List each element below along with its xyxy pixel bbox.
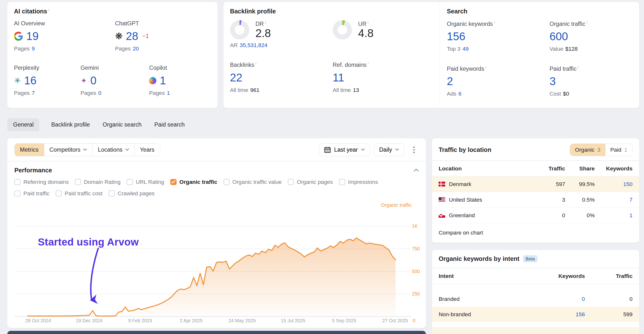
segment-competitors[interactable]: Competitors — [44, 144, 92, 156]
search-metric-paid-keywords: Paid keywordsi 2 Ads6 — [447, 65, 550, 97]
pages-link[interactable]: 20 — [133, 45, 139, 52]
info-icon: i — [265, 20, 266, 24]
toggle-organic[interactable]: Organic3 — [570, 144, 605, 156]
search-title: Search — [447, 8, 632, 15]
citation-count[interactable]: 19 — [26, 30, 39, 42]
keywords-link[interactable]: 1 — [595, 212, 632, 219]
citation-count[interactable]: 1 — [160, 75, 166, 87]
metric-checkbox-organic-traffic[interactable]: Organic traffic — [170, 179, 217, 185]
keywords-link[interactable]: 0 — [536, 296, 585, 302]
x-axis-tick: 19 Dec 2024 — [76, 318, 103, 324]
checkbox-icon — [108, 190, 115, 197]
column-header: Traffic — [536, 165, 565, 172]
metric-checkbox-organic-traffic-value[interactable]: Organic traffic value — [224, 179, 282, 185]
chart-toolbar: MetricsCompetitorsLocationsYears Last ye… — [14, 143, 419, 157]
date-range-button[interactable]: Last year — [319, 143, 370, 157]
checkbox-icon — [126, 179, 133, 185]
keywords-link[interactable]: 156 — [536, 311, 585, 318]
dr-value: 2.8 — [256, 27, 271, 39]
tab-organic-search[interactable]: Organic search — [102, 118, 142, 131]
intent-row[interactable]: Branded 0 0 — [432, 292, 639, 307]
ar-value[interactable]: 35,531,824 — [240, 42, 268, 48]
granularity-label: Daily — [379, 147, 392, 153]
checkbox-icon — [224, 179, 230, 185]
pages-link[interactable]: 7 — [32, 90, 35, 96]
ref-domains-metric: Ref. domainsi 11 All time13 — [333, 61, 433, 93]
tab-paid-search[interactable]: Paid search — [154, 118, 186, 131]
metrics-segmented-control: MetricsCompetitorsLocationsYears — [14, 143, 160, 157]
backlinks-value[interactable]: 22 — [230, 72, 242, 84]
segment-metrics[interactable]: Metrics — [15, 144, 44, 156]
checkbox-icon — [56, 190, 62, 197]
backlink-profile-section: Backlink profile DRi 2.8 AR35,531,824 — [224, 2, 440, 108]
perplexity-icon: ✳ — [14, 76, 21, 85]
location-name: United States — [449, 197, 482, 203]
url-rating-donut — [333, 20, 352, 39]
metric-checkbox-referring-domains[interactable]: Referring domains — [14, 179, 69, 185]
metric-value[interactable]: 600 — [550, 30, 568, 43]
checkbox-icon — [14, 179, 20, 185]
metric-sub-value[interactable]: 49 — [462, 45, 468, 52]
granularity-button[interactable]: Daily — [374, 143, 404, 157]
segment-years[interactable]: Years — [134, 144, 160, 156]
traffic-value: 0 — [585, 296, 632, 302]
compare-on-chart-link[interactable]: Compare on chart — [432, 223, 639, 242]
metric-sub-value[interactable]: 6 — [458, 90, 462, 97]
metric-checkbox-organic-pages[interactable]: Organic pages — [288, 179, 333, 185]
metric-checkbox-crawled-pages[interactable]: Crawled pages — [108, 190, 155, 197]
traffic-by-location-card: Traffic by location Organic3Paid1 Locati… — [432, 138, 639, 243]
citation-count[interactable]: 16 — [24, 75, 36, 87]
metric-checkbox-impressions[interactable]: Impressions — [339, 179, 378, 185]
denmark-flag-icon — [438, 182, 445, 187]
info-icon: i — [48, 8, 49, 12]
metric-checkbox-domain-rating[interactable]: Domain Rating — [75, 179, 120, 185]
keywords-link[interactable]: 7 — [595, 197, 632, 203]
pages-link[interactable]: 0 — [98, 90, 102, 96]
info-icon: i — [368, 61, 368, 65]
tab-backlink-profile[interactable]: Backlink profile — [50, 118, 91, 131]
calendar-icon — [324, 147, 331, 153]
toggle-paid[interactable]: Paid1 — [606, 144, 632, 156]
chart-plot-area — [14, 200, 411, 324]
pages-link[interactable]: 1 — [167, 90, 170, 96]
location-row[interactable]: Denmark 597 99.5% 150 — [432, 177, 639, 192]
tab-general[interactable]: General — [7, 118, 39, 131]
segment-locations[interactable]: Locations — [92, 144, 134, 156]
citation-count[interactable]: 0 — [90, 75, 96, 87]
traffic-value: 3 — [536, 197, 565, 203]
checkbox-icon — [75, 179, 81, 185]
collapse-chevron-up-icon[interactable] — [414, 168, 419, 172]
domain-rating-metric: DRi 2.8 AR35,531,824 — [230, 20, 333, 48]
metric-checkbox-paid-traffic-cost[interactable]: Paid traffic cost — [56, 190, 102, 197]
organic-traffic-chart[interactable]: Organic traffic 1K7505002500 28 Oct 2024… — [14, 200, 419, 324]
location-row[interactable]: Greenland 0 0% 1 — [432, 208, 639, 223]
ur-label: UR — [358, 21, 366, 27]
intent-name: Non-branded — [438, 311, 536, 318]
ai-citations-card: AI citationsi AI Overview 19 Pages9 Chat… — [7, 2, 218, 108]
more-options-kebab-icon[interactable] — [409, 144, 419, 156]
location-table-header: LocationTrafficShareKeywords — [432, 161, 639, 177]
search-metric-organic-traffic: Organic traffici 600 Value$128 — [550, 20, 632, 52]
y-axis-tick: 1K — [412, 223, 424, 229]
pages-link[interactable]: 9 — [32, 45, 35, 52]
performance-panel: MetricsCompetitorsLocationsYears Last ye… — [7, 138, 426, 328]
delta-value: −1 — [142, 33, 149, 39]
keywords-link[interactable]: 150 — [595, 181, 632, 187]
metric-checkbox-paid-traffic[interactable]: Paid traffic — [14, 190, 50, 197]
metric-value[interactable]: 3 — [550, 75, 556, 87]
metric-checkbox-url-rating[interactable]: URL Rating — [126, 179, 164, 185]
beta-badge: Beta — [523, 255, 537, 262]
seo-overview-dashboard: AI citationsi AI Overview 19 Pages9 Chat… — [0, 0, 644, 334]
location-name: Denmark — [449, 181, 471, 187]
location-row[interactable]: United States 3 0.5% 7 — [432, 192, 639, 208]
metric-sub-value: $0 — [563, 90, 569, 97]
metric-value[interactable]: 2 — [447, 75, 453, 87]
checkbox-icon — [288, 179, 294, 185]
metric-value[interactable]: 156 — [447, 30, 466, 43]
intent-row[interactable]: Non-branded 156 599 — [432, 307, 639, 322]
y-axis-tick: 250 — [412, 291, 424, 297]
traffic-value: 599 — [585, 311, 632, 318]
ref-domains-value[interactable]: 11 — [333, 72, 344, 84]
google-icon — [14, 32, 23, 41]
citation-count[interactable]: 28 — [126, 30, 138, 42]
